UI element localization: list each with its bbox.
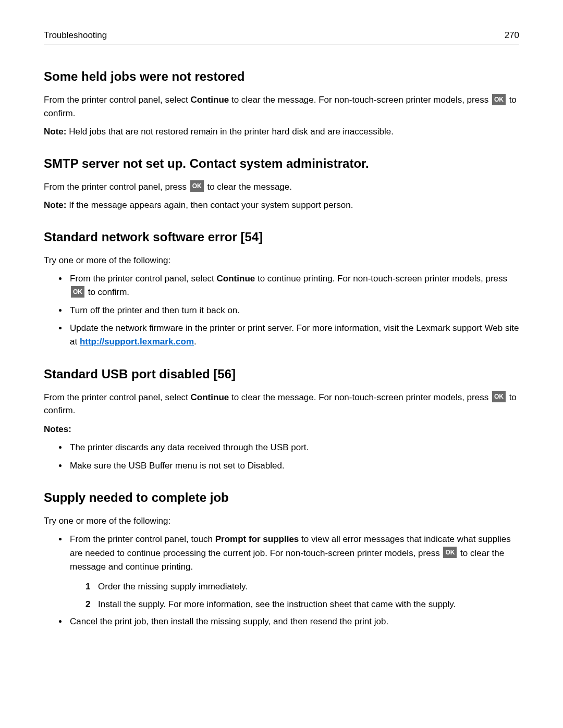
list-item: Update the network firmware in the print…: [68, 322, 519, 349]
s5-list: From the printer control panel, touch Pr…: [44, 533, 519, 628]
list-item: From the printer control panel, touch Pr…: [68, 533, 519, 611]
heading-network-error: Standard network software error [54]: [44, 230, 519, 244]
list-item: From the printer control panel, select C…: [68, 272, 519, 300]
ok-icon: OK: [71, 286, 84, 298]
step-item: Order the missing supply immediately.: [92, 580, 519, 594]
continue-label: Continue: [217, 274, 255, 283]
text: .: [194, 337, 197, 347]
note-text: Held jobs that are not restored remain i…: [66, 127, 393, 137]
page-number: 270: [505, 30, 519, 41]
continue-label: Continue: [191, 392, 229, 402]
text: to clear the message. For non‑touch‑scre…: [229, 392, 491, 402]
text: From the printer control panel, select: [44, 392, 191, 402]
text: to continue printing. For non‑touch‑scre…: [255, 274, 507, 283]
s5-intro: Try one or more of the following:: [44, 514, 519, 528]
step-item: Install the supply. For more information…: [92, 598, 519, 611]
ok-icon: OK: [492, 391, 506, 402]
page-container: Troubleshooting 270 Some held jobs were …: [0, 0, 563, 728]
header-title: Troubleshooting: [44, 30, 107, 41]
ok-icon: OK: [190, 180, 204, 192]
prompt-supplies-label: Prompt for supplies: [215, 534, 299, 544]
s3-intro: Try one or more of the following:: [44, 254, 519, 267]
text: From the printer control panel, touch: [70, 534, 215, 544]
s3-list: From the printer control panel, select C…: [44, 272, 519, 349]
heading-usb-disabled: Standard USB port disabled [56]: [44, 367, 519, 381]
text: From the printer control panel, select: [70, 274, 217, 283]
note-text: If the message appears again, then conta…: [66, 200, 353, 210]
s1-para: From the printer control panel, select C…: [44, 93, 519, 120]
notes-label: Notes:: [44, 423, 519, 436]
text: to clear the message.: [205, 182, 292, 192]
note-label: Note:: [44, 200, 66, 210]
text: to clear the message. For non‑touch‑scre…: [229, 95, 491, 105]
text: to confirm.: [85, 287, 129, 297]
list-item: The printer discards any data received t…: [68, 441, 519, 454]
s2-note: Note: If the message appears again, then…: [44, 199, 519, 212]
s5-steps: Order the missing supply immediately. In…: [70, 580, 519, 611]
s4-notes-list: The printer discards any data received t…: [44, 441, 519, 473]
support-link[interactable]: http://support.lexmark.com: [80, 337, 194, 347]
text: From the printer control panel, select: [44, 95, 191, 105]
text: From the printer control panel, press: [44, 182, 189, 192]
list-item: Cancel the print job, then install the m…: [68, 615, 519, 628]
heading-held-jobs: Some held jobs were not restored: [44, 69, 519, 84]
list-item: Turn off the printer and then turn it ba…: [68, 304, 519, 317]
heading-supply-needed: Supply needed to complete job: [44, 490, 519, 505]
ok-icon: OK: [443, 547, 457, 558]
s2-para: From the printer control panel, press OK…: [44, 180, 519, 194]
ok-icon: OK: [492, 94, 506, 105]
s1-note: Note: Held jobs that are not restored re…: [44, 125, 519, 139]
s4-para: From the printer control panel, select C…: [44, 391, 519, 417]
list-item: Make sure the USB Buffer menu is not set…: [68, 459, 519, 473]
note-label: Note:: [44, 127, 66, 137]
page-header: Troubleshooting 270: [44, 30, 519, 44]
continue-label: Continue: [191, 95, 229, 105]
heading-smtp: SMTP server not set up. Contact system a…: [44, 156, 519, 171]
